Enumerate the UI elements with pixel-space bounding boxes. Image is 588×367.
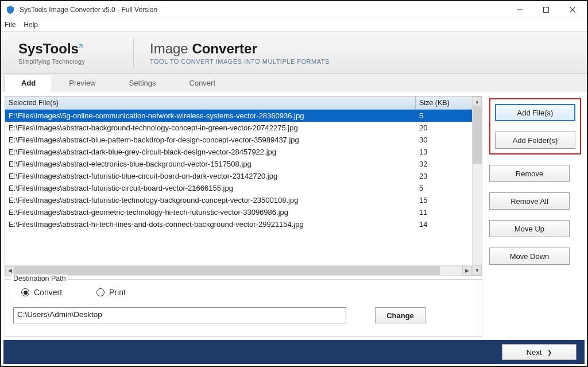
col-header-selected-files[interactable]: Selected File(s) — [5, 96, 416, 109]
radio-print[interactable]: Print — [96, 288, 126, 297]
table-row[interactable]: E:\Files\Images\abstract-electronics-blu… — [5, 158, 472, 170]
table-header: Selected File(s) Size (KB) — [5, 96, 472, 110]
right-column: Add File(s) Add Folder(s) Remove Remove … — [489, 96, 581, 337]
brand-product: Image Converter TOOL TO CONVERT IMAGES I… — [150, 41, 330, 65]
table-row[interactable]: E:\Files\Images\abstract-futuristic-tech… — [5, 194, 472, 206]
file-size-cell: 20 — [416, 123, 469, 132]
file-path-cell: E:\Files\Images\abstract-futuristic-blue… — [9, 172, 416, 180]
menu-file[interactable]: File — [5, 21, 16, 29]
radio-dot-icon — [96, 288, 105, 296]
next-button[interactable]: Next ❯ — [502, 344, 577, 360]
brand-tagline: Simplifying Technology — [18, 58, 85, 65]
brand-reg: ® — [79, 43, 83, 49]
destination-legend: Destination Path — [11, 275, 68, 283]
table-row[interactable]: E:\Files\Images\abstract-futuristic-circ… — [5, 182, 472, 194]
scroll-left-icon[interactable]: ◀ — [5, 266, 15, 276]
tab-convert[interactable]: Convert — [173, 75, 233, 91]
horizontal-scrollbar[interactable]: ◀ ▶ — [5, 265, 472, 275]
file-path-cell: E:\Files\Images\abstract-futuristic-tech… — [9, 196, 416, 204]
remove-button[interactable]: Remove — [489, 165, 570, 182]
file-path-cell: E:\Files\Images\abstract-hi-tech-lines-a… — [9, 220, 416, 229]
app-icon — [6, 5, 15, 14]
hscroll-thumb[interactable] — [15, 266, 440, 275]
maximize-button[interactable] — [533, 2, 559, 18]
table-row[interactable]: E:\Files\Images\abstract-background-tech… — [5, 122, 472, 134]
file-table: Selected File(s) Size (KB) E:\Files\Imag… — [5, 96, 482, 276]
content-area: Selected File(s) Size (KB) E:\Files\Imag… — [1, 91, 587, 339]
radio-print-label: Print — [109, 288, 126, 297]
product-name-bold: Converter — [192, 41, 257, 56]
remove-all-button[interactable]: Remove All — [489, 192, 570, 210]
col-header-size[interactable]: Size (KB) — [416, 96, 472, 109]
brand-divider — [133, 38, 134, 67]
tab-add[interactable]: Add — [5, 75, 52, 91]
add-files-button[interactable]: Add File(s) — [495, 104, 575, 121]
tab-preview[interactable]: Preview — [52, 75, 112, 91]
close-button[interactable] — [559, 2, 586, 18]
file-size-cell: 13 — [416, 148, 469, 156]
scroll-right-icon[interactable]: ▶ — [462, 266, 472, 276]
menubar: File Help — [1, 18, 587, 31]
file-size-cell: 23 — [416, 172, 469, 180]
table-body[interactable]: E:\Files\Images\5g-online-communication-… — [5, 110, 472, 265]
brand-logo: SysTools® Simplifying Technology — [8, 41, 129, 65]
file-path-cell: E:\Files\Images\abstract-electronics-blu… — [9, 160, 416, 168]
left-column: Selected File(s) Size (KB) E:\Files\Imag… — [5, 96, 482, 337]
radio-convert-label: Convert — [34, 288, 62, 297]
file-path-cell: E:\Files\Images\abstract-blue-pattern-ba… — [9, 136, 416, 144]
destination-path-input[interactable]: C:\Users\Admin\Desktop — [13, 307, 346, 323]
vertical-scrollbar[interactable]: ▲ ▼ — [472, 96, 482, 275]
next-label: Next — [527, 348, 542, 357]
titlebar: SysTools Image Converter v5.0 - Full Ver… — [1, 1, 587, 18]
file-size-cell: 14 — [416, 220, 469, 229]
destination-group: Destination Path Convert Print C:\Users\… — [5, 279, 482, 337]
move-down-button[interactable]: Move Down — [489, 248, 570, 265]
window-title: SysTools Image Converter v5.0 - Full Ver… — [20, 6, 157, 14]
menu-help[interactable]: Help — [24, 21, 38, 29]
file-size-cell: 5 — [416, 184, 469, 192]
file-path-cell: E:\Files\Images\5g-online-communication-… — [9, 111, 416, 120]
radio-convert[interactable]: Convert — [21, 288, 62, 297]
chevron-right-icon: ❯ — [547, 349, 552, 356]
radio-dot-icon — [21, 288, 29, 296]
svg-rect-1 — [544, 7, 549, 12]
file-size-cell: 32 — [416, 160, 469, 168]
brand-company: SysTools — [18, 41, 79, 56]
table-row[interactable]: E:\Files\Images\abstract-blue-pattern-ba… — [5, 134, 472, 146]
move-up-button[interactable]: Move Up — [489, 220, 570, 237]
file-size-cell: 11 — [416, 208, 469, 217]
scroll-up-icon[interactable]: ▲ — [473, 96, 482, 106]
table-row[interactable]: E:\Files\Images\abstract-dark-blue-grey-… — [5, 146, 472, 158]
highlight-annotation: Add File(s) Add Folder(s) — [489, 98, 581, 154]
product-subtitle: TOOL TO CONVERT IMAGES INTO MULTIPLE FOR… — [150, 58, 330, 65]
vscroll-thumb[interactable] — [473, 106, 482, 164]
table-row[interactable]: E:\Files\Images\abstract-geometric-techn… — [5, 206, 472, 218]
tab-bar: Add Preview Settings Convert — [1, 74, 587, 91]
file-path-cell: E:\Files\Images\abstract-dark-blue-grey-… — [9, 148, 416, 156]
footer-bar: Next ❯ — [3, 340, 585, 364]
scroll-down-icon[interactable]: ▼ — [473, 265, 482, 275]
tab-settings[interactable]: Settings — [113, 75, 173, 91]
file-path-cell: E:\Files\Images\abstract-futuristic-circ… — [9, 184, 416, 192]
table-row[interactable]: E:\Files\Images\abstract-futuristic-blue… — [5, 170, 472, 182]
brand-header: SysTools® Simplifying Technology Image C… — [1, 31, 587, 74]
file-path-cell: E:\Files\Images\abstract-background-tech… — [9, 123, 416, 132]
file-size-cell: 15 — [416, 196, 469, 204]
table-row[interactable]: E:\Files\Images\5g-online-communication-… — [5, 110, 472, 122]
product-name-thin: Image — [150, 41, 188, 56]
app-window: SysTools Image Converter v5.0 - Full Ver… — [0, 0, 588, 367]
change-button[interactable]: Change — [375, 307, 425, 323]
file-size-cell: 30 — [416, 136, 469, 144]
file-path-cell: E:\Files\Images\abstract-geometric-techn… — [9, 208, 416, 217]
table-row[interactable]: E:\Files\Images\abstract-hi-tech-lines-a… — [5, 218, 472, 230]
add-folders-button[interactable]: Add Folder(s) — [495, 132, 575, 149]
file-size-cell: 5 — [416, 111, 469, 120]
minimize-button[interactable] — [506, 2, 533, 18]
